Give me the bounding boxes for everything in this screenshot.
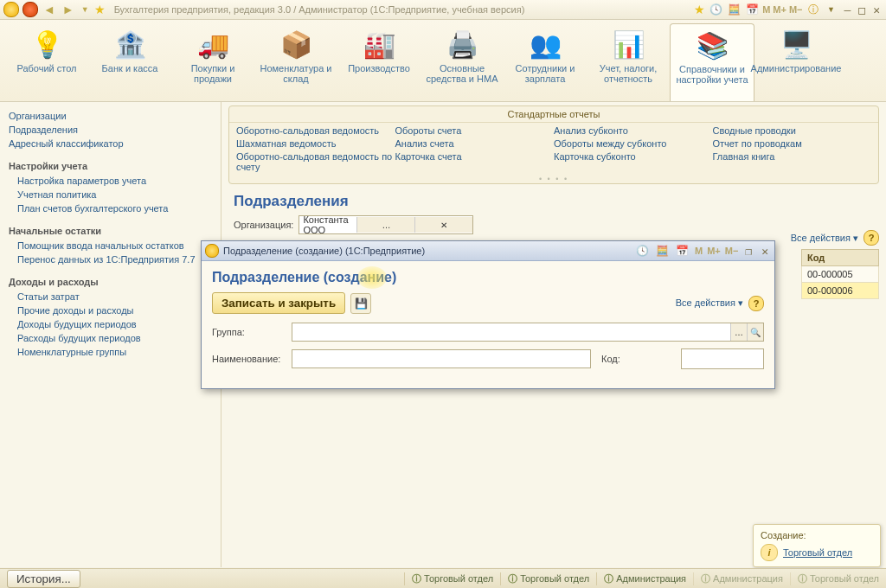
sidebar-item[interactable]: Настройка параметров учета bbox=[9, 174, 212, 188]
sidebar-item[interactable]: Учетная политика bbox=[9, 188, 212, 201]
section-0[interactable]: 💡Рабочий стол bbox=[5, 23, 88, 101]
org-input[interactable]: Константа ООО … ✕ bbox=[299, 215, 473, 234]
section-2[interactable]: 🚚Покупки и продажи bbox=[171, 23, 254, 101]
section-label: Покупки и продажи bbox=[173, 63, 253, 84]
window-tab[interactable]: ⓘТорговый отдел bbox=[500, 572, 596, 585]
window-tab[interactable]: ⓘАдминистрация bbox=[693, 572, 790, 585]
sidebar-link[interactable]: Адресный классификатор bbox=[9, 137, 212, 150]
info-icon[interactable]: ⓘ bbox=[806, 3, 821, 16]
info-icon: i bbox=[761, 544, 778, 561]
code-field[interactable] bbox=[681, 348, 764, 369]
panel-resize-dots[interactable]: • • • • bbox=[229, 175, 878, 183]
report-link[interactable]: Оборотно-сальдовая ведомость bbox=[236, 125, 395, 136]
mplus-button[interactable]: M+ bbox=[773, 4, 786, 15]
window-title: Бухгалтерия предприятия, редакция 3.0 / … bbox=[114, 4, 525, 15]
report-link[interactable]: Главная книга bbox=[713, 151, 872, 162]
sidebar-link[interactable]: Организации bbox=[9, 109, 212, 123]
name-field[interactable] bbox=[292, 354, 590, 364]
dlg-m[interactable]: M bbox=[695, 246, 703, 256]
window-tab[interactable]: ⓘАдминистрация bbox=[596, 572, 693, 585]
create-subdivision-dialog: Подразделение (создание) (1С:Предприятие… bbox=[201, 240, 775, 389]
dialog-titlebar[interactable]: Подразделение (создание) (1С:Предприятие… bbox=[202, 241, 774, 261]
nav-forward-icon[interactable]: ► bbox=[61, 3, 76, 16]
nav-back-icon[interactable]: ◄ bbox=[42, 3, 57, 16]
group-input[interactable]: … 🔍 bbox=[292, 323, 764, 342]
sidebar-link[interactable]: Подразделения bbox=[9, 123, 212, 137]
all-actions-link[interactable]: Все действия ▾ bbox=[791, 233, 858, 244]
section-icon: 🏦 bbox=[111, 27, 149, 61]
sidebar-item[interactable]: Помощник ввода начальных остатков bbox=[9, 239, 212, 252]
report-link[interactable]: Анализ субконто bbox=[554, 125, 713, 136]
history-icon[interactable]: 🕓 bbox=[708, 3, 723, 16]
m-button[interactable]: M bbox=[762, 4, 770, 15]
sidebar-item[interactable]: План счетов бухгалтерского учета bbox=[9, 201, 212, 215]
fav2-icon[interactable]: ★ bbox=[694, 3, 705, 16]
calc-icon[interactable]: 🧮 bbox=[726, 3, 742, 16]
section-label: Производство bbox=[348, 63, 410, 74]
section-icon: 📦 bbox=[277, 27, 315, 61]
dlg-all-actions-link[interactable]: Все действия ▾ bbox=[676, 297, 743, 309]
dialog-icon-1c bbox=[205, 244, 219, 258]
help-icon[interactable]: ? bbox=[864, 230, 879, 246]
report-link[interactable]: Обороты счета bbox=[395, 125, 555, 136]
report-link[interactable]: Карточка субконто bbox=[554, 151, 713, 162]
report-link[interactable]: Шахматная ведомость bbox=[236, 138, 395, 149]
section-3[interactable]: 📦Номенклатура и склад bbox=[254, 23, 337, 101]
org-label: Организация: bbox=[234, 220, 293, 230]
table-row[interactable]: 00-000005 bbox=[801, 266, 879, 283]
sidebar-item[interactable]: Номенклатурные группы bbox=[9, 345, 212, 359]
dlg-calendar-icon[interactable]: 📅 bbox=[675, 244, 690, 258]
maximize-button[interactable]: □ bbox=[856, 3, 868, 16]
window-tab[interactable]: ⓘТорговый отдел bbox=[404, 572, 500, 585]
history-button[interactable]: История... bbox=[7, 570, 80, 588]
section-8[interactable]: 📚Справочники и настройки учета bbox=[670, 23, 754, 101]
dlg-history-icon[interactable]: 🕓 bbox=[635, 244, 651, 258]
save-icon-button[interactable]: 💾 bbox=[350, 293, 371, 314]
report-link[interactable]: Анализ счета bbox=[395, 138, 555, 149]
org-clear-button[interactable]: ✕ bbox=[414, 217, 472, 233]
toast-text[interactable]: Торговый отдел bbox=[783, 547, 852, 558]
nav-dropdown-icon[interactable]: ▼ bbox=[80, 5, 91, 14]
column-header-code[interactable]: Код bbox=[801, 249, 879, 266]
report-link[interactable]: Обороты между субконто bbox=[554, 138, 713, 149]
org-select-button[interactable]: … bbox=[356, 217, 414, 233]
sidebar-item[interactable]: Перенос данных из 1С:Предприятия 7.7 bbox=[9, 252, 212, 266]
section-5[interactable]: 🖨️Основные средства и НМА bbox=[421, 23, 504, 101]
report-link[interactable]: Сводные проводки bbox=[713, 125, 872, 136]
dlg-calc-icon[interactable]: 🧮 bbox=[655, 244, 671, 258]
section-7[interactable]: 📊Учет, налоги, отчетность bbox=[587, 23, 670, 101]
section-label: Учет, налоги, отчетность bbox=[588, 63, 668, 84]
save-and-close-button[interactable]: Записать и закрыть bbox=[212, 292, 345, 314]
group-search-button[interactable]: 🔍 bbox=[747, 323, 763, 341]
favorite-icon[interactable]: ★ bbox=[94, 3, 106, 16]
name-input[interactable] bbox=[292, 349, 591, 368]
calendar-icon[interactable]: 📅 bbox=[744, 3, 760, 16]
dlg-help-icon[interactable]: ? bbox=[748, 296, 764, 311]
sidebar-item[interactable]: Статьи затрат bbox=[9, 290, 212, 304]
dlg-mminus[interactable]: M− bbox=[725, 246, 739, 256]
section-6[interactable]: 👥Сотрудники и зарплата bbox=[504, 23, 587, 101]
minimize-button[interactable]: — bbox=[842, 3, 854, 16]
dlg-mplus[interactable]: M+ bbox=[707, 246, 721, 256]
section-icon: 🚚 bbox=[194, 27, 232, 61]
section-9[interactable]: 🖥️Администрирование bbox=[754, 23, 838, 101]
report-link[interactable]: Карточка счета bbox=[395, 151, 555, 162]
group-select-button[interactable]: … bbox=[730, 323, 747, 341]
report-link[interactable]: Оборотно-сальдовая ведомость по счету bbox=[236, 151, 395, 172]
sidebar-item[interactable]: Доходы будущих периодов bbox=[9, 317, 212, 331]
info-icon: ⓘ bbox=[412, 572, 421, 585]
window-tab[interactable]: ⓘТорговый отдел bbox=[790, 572, 886, 585]
dlg-close-button[interactable]: ✕ bbox=[759, 245, 771, 258]
report-link[interactable]: Отчет по проводкам bbox=[713, 138, 872, 149]
sidebar-item[interactable]: Расходы будущих периодов bbox=[9, 331, 212, 345]
section-4[interactable]: 🏭Производство bbox=[337, 23, 421, 101]
mminus-button[interactable]: M− bbox=[789, 4, 803, 15]
close-button[interactable]: ✕ bbox=[870, 3, 883, 16]
help-dropdown-icon[interactable]: ▼ bbox=[824, 3, 839, 16]
group-field[interactable] bbox=[292, 327, 730, 337]
app-icon-menu[interactable] bbox=[22, 2, 38, 17]
table-row[interactable]: 00-000006 bbox=[801, 283, 879, 299]
section-1[interactable]: 🏦Банк и касса bbox=[88, 23, 171, 101]
dlg-restore-button[interactable]: ❐ bbox=[742, 245, 754, 258]
sidebar-item[interactable]: Прочие доходы и расходы bbox=[9, 304, 212, 317]
